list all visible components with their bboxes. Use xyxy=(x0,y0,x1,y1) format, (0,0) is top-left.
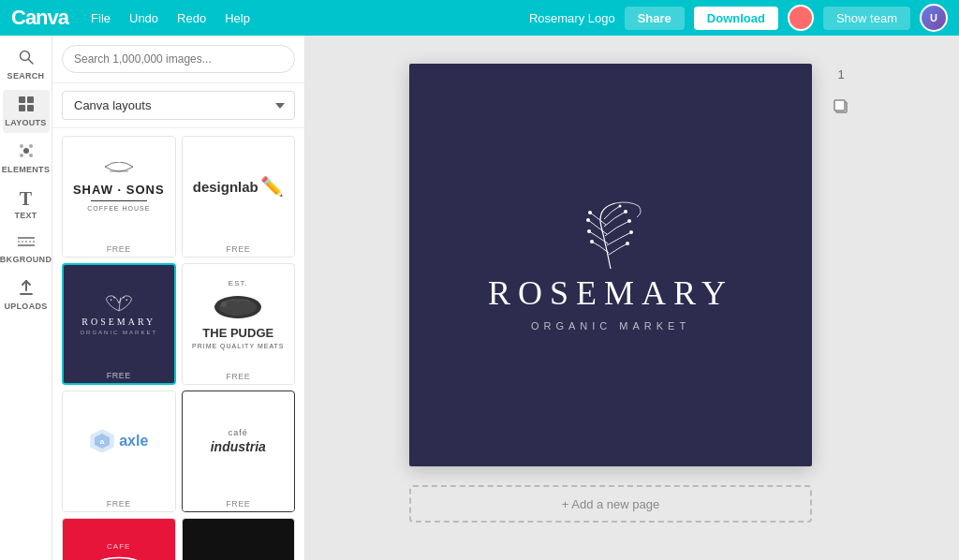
top-navigation: Canva File Undo Redo Help Rosemary Logo … xyxy=(0,0,959,36)
svg-line-1 xyxy=(28,60,33,65)
brand-subtitle: ORGANIC MARKET xyxy=(531,320,690,332)
axle-label: FREE xyxy=(63,496,175,511)
canvas-workspace: ROSEMARY ORGANIC MARKET + Add a new page… xyxy=(409,64,855,523)
layout-card-cafe[interactable]: café industria FREE xyxy=(182,391,296,512)
nav-menu: File Undo Redo Help xyxy=(83,7,258,29)
search-icon xyxy=(18,49,35,68)
svg-point-8 xyxy=(29,144,33,148)
search-input[interactable] xyxy=(62,45,295,73)
avatar[interactable] xyxy=(788,5,814,31)
layout-card-rosemary[interactable]: ROSEMARY ORGANIC MARKET FREE xyxy=(62,263,176,385)
brand-name: ROSEMARY xyxy=(488,273,733,313)
layouts-icon xyxy=(18,96,35,115)
layout-card-pudge[interactable]: EST. THE PUDGE PRIME QUALITY MEATS FREE xyxy=(182,263,296,385)
user-avatar[interactable]: U xyxy=(920,4,948,32)
download-button[interactable]: Download xyxy=(694,7,778,30)
svg-text:a: a xyxy=(100,437,105,446)
svg-point-34 xyxy=(587,229,591,233)
background-label: BKGROUND xyxy=(0,255,52,264)
canvas-area: ROSEMARY ORGANIC MARKET + Add a new page… xyxy=(305,36,959,560)
copy-page-button[interactable] xyxy=(827,93,855,121)
designlab-label: FREE xyxy=(183,242,295,257)
cafe-label: FREE xyxy=(183,496,295,511)
svg-point-19 xyxy=(125,299,127,301)
svg-rect-38 xyxy=(834,100,845,111)
uploads-label: UPLOADS xyxy=(4,302,47,311)
sidebar-item-search[interactable]: SEARCH xyxy=(3,43,50,86)
layout-card-designlab[interactable]: designlab ✏️ FREE xyxy=(182,136,296,258)
svg-point-9 xyxy=(20,154,23,157)
svg-point-32 xyxy=(619,205,622,208)
text-label: TEXT xyxy=(14,211,37,220)
svg-point-10 xyxy=(29,154,33,157)
elements-icon xyxy=(18,142,35,162)
svg-point-6 xyxy=(23,148,29,154)
page-number: 1 xyxy=(837,67,844,81)
canva-logo[interactable]: Canva xyxy=(11,6,68,30)
project-title: Rosemary Logo xyxy=(529,11,615,25)
svg-rect-3 xyxy=(27,96,34,103)
svg-point-33 xyxy=(590,240,594,243)
layout-card-shaw-sons[interactable]: SHAW · SONS COFFEE HOUSE FREE xyxy=(62,136,176,258)
sidebar-item-text[interactable]: T TEXT xyxy=(3,184,50,226)
uploads-icon xyxy=(19,279,34,299)
svg-rect-4 xyxy=(19,105,25,111)
rosemary-label: FREE xyxy=(64,368,174,383)
layouts-grid: SHAW · SONS COFFEE HOUSE FREE designlab … xyxy=(52,128,304,560)
svg-point-30 xyxy=(627,219,631,223)
search-label: SEARCH xyxy=(7,71,45,81)
add-page-button[interactable]: + Add a new page xyxy=(409,485,812,523)
nav-undo[interactable]: Undo xyxy=(122,7,166,29)
svg-point-29 xyxy=(629,230,633,234)
svg-point-18 xyxy=(123,296,125,298)
layouts-label: LAYOUTS xyxy=(5,118,46,127)
search-box xyxy=(52,36,304,83)
pudge-label: FREE xyxy=(183,369,295,384)
herb-illustration xyxy=(526,199,695,273)
main-area: SEARCH LAYOUTS ELEMENTS T TEXT BKGROUND xyxy=(0,36,959,560)
svg-point-16 xyxy=(111,299,112,301)
nav-help[interactable]: Help xyxy=(217,7,258,29)
svg-point-22 xyxy=(221,302,227,307)
nav-redo[interactable]: Redo xyxy=(170,7,214,29)
layout-card-sandias[interactable]: SAN DIAS FREE xyxy=(182,518,296,560)
layout-card-axle[interactable]: a axle FREE xyxy=(62,391,176,512)
canvas-right-tools: 1 xyxy=(827,64,855,121)
layout-card-parkland[interactable]: CAFE Parkland REPAIR SHOP FREE xyxy=(62,518,176,560)
background-icon xyxy=(18,235,35,252)
svg-rect-2 xyxy=(19,96,25,103)
sidebar-panel: Canva layouts SHAW · SONS COFFEE HOUSE F… xyxy=(52,36,305,560)
sidebar-item-background[interactable]: BKGROUND xyxy=(3,229,50,270)
sidebar-item-layouts[interactable]: LAYOUTS xyxy=(3,90,50,133)
sidebar-icons: SEARCH LAYOUTS ELEMENTS T TEXT BKGROUND xyxy=(0,36,52,560)
svg-point-36 xyxy=(588,211,592,214)
text-icon: T xyxy=(20,189,32,208)
layout-dropdown: Canva layouts xyxy=(52,83,304,128)
svg-point-28 xyxy=(626,242,629,245)
svg-point-31 xyxy=(624,210,627,214)
show-team-button[interactable]: Show team xyxy=(823,7,910,30)
sidebar-item-elements[interactable]: ELEMENTS xyxy=(3,137,50,180)
svg-point-17 xyxy=(113,296,115,298)
sidebar-item-uploads[interactable]: UPLOADS xyxy=(3,273,50,317)
shaw-sons-label: FREE xyxy=(63,242,175,257)
svg-point-7 xyxy=(20,144,23,148)
svg-point-35 xyxy=(586,218,590,222)
nav-right: Rosemary Logo Share Download Show team U xyxy=(529,4,948,32)
share-button[interactable]: Share xyxy=(625,7,685,30)
nav-file[interactable]: File xyxy=(83,7,118,29)
layout-select[interactable]: Canva layouts xyxy=(62,91,295,120)
svg-rect-5 xyxy=(27,105,34,111)
elements-label: ELEMENTS xyxy=(2,165,50,174)
canvas-card[interactable]: ROSEMARY ORGANIC MARKET xyxy=(409,64,812,466)
